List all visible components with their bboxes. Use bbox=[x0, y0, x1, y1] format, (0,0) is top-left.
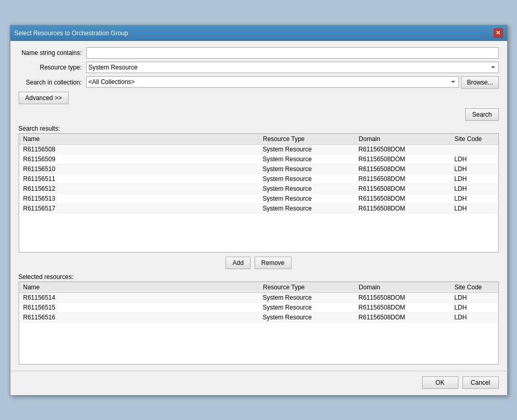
sel-row-type: System Resource bbox=[259, 312, 355, 322]
search-results-label: Search results: bbox=[19, 125, 499, 132]
sel-row-site: LDH bbox=[450, 312, 498, 322]
table-row[interactable]: R61156512 System Resource R61156508DOM L… bbox=[19, 184, 498, 193]
table-row[interactable]: R61156510 System Resource R61156508DOM L… bbox=[19, 164, 498, 174]
search-results-header: Name Resource Type Domain Site Code bbox=[19, 134, 498, 145]
collection-select-wrap: <All Collections> Browse... bbox=[86, 76, 499, 89]
name-string-input[interactable] bbox=[86, 47, 499, 59]
sel-row-type: System Resource bbox=[259, 302, 355, 312]
sel-col-header-site: Site Code bbox=[450, 282, 498, 293]
sel-row-name: R61156515 bbox=[19, 302, 259, 312]
row-name: R61156512 bbox=[19, 184, 259, 193]
browse-button[interactable]: Browse... bbox=[461, 76, 498, 89]
col-header-site: Site Code bbox=[450, 134, 498, 145]
row-domain: R61156508DOM bbox=[354, 164, 450, 174]
sel-col-header-type: Resource Type bbox=[259, 282, 355, 293]
row-name: R61156513 bbox=[19, 193, 259, 203]
row-domain: R61156508DOM bbox=[354, 174, 450, 184]
sel-row-domain: R61156508DOM bbox=[354, 302, 450, 312]
row-type: System Resource bbox=[259, 203, 355, 213]
resource-type-row: Resource type: System Resource bbox=[19, 62, 499, 73]
name-string-row: Name string contains: bbox=[19, 47, 499, 59]
row-name: R61156509 bbox=[19, 154, 259, 164]
row-site: LDH bbox=[450, 164, 498, 174]
ok-button[interactable]: OK bbox=[422, 376, 458, 389]
resource-type-label: Resource type: bbox=[19, 64, 86, 71]
col-header-domain: Domain bbox=[354, 134, 450, 145]
row-type: System Resource bbox=[259, 184, 355, 193]
sel-row-site: LDH bbox=[450, 302, 498, 312]
collection-select[interactable]: <All Collections> bbox=[86, 76, 459, 88]
table-row[interactable]: R61156508 System Resource R61156508DOM bbox=[19, 144, 498, 154]
sel-row-name: R61156514 bbox=[19, 292, 259, 302]
name-string-label: Name string contains: bbox=[19, 49, 86, 57]
selected-resources-label: Selected resources: bbox=[19, 273, 499, 281]
row-type: System Resource bbox=[259, 164, 355, 174]
selected-resources-table-wrap: Name Resource Type Domain Site Code R611… bbox=[19, 282, 499, 365]
table-row[interactable]: R61156517 System Resource R61156508DOM L… bbox=[19, 203, 498, 213]
advanced-button[interactable]: Advanced >> bbox=[19, 92, 69, 104]
cancel-button[interactable]: Cancel bbox=[463, 376, 499, 389]
table-row[interactable]: R61156509 System Resource R61156508DOM L… bbox=[19, 154, 498, 164]
row-site: LDH bbox=[450, 174, 498, 184]
row-name: R61156511 bbox=[19, 174, 259, 184]
col-header-name: Name bbox=[19, 134, 259, 145]
dialog-title: Select Resources to Orchestration Group bbox=[15, 30, 128, 37]
row-type: System Resource bbox=[259, 174, 355, 184]
add-remove-row: Add Remove bbox=[19, 253, 499, 273]
table-row[interactable]: R61156513 System Resource R61156508DOM L… bbox=[19, 193, 498, 203]
row-type: System Resource bbox=[259, 154, 355, 164]
row-site: LDH bbox=[450, 203, 498, 213]
title-bar: Select Resources to Orchestration Group … bbox=[10, 25, 507, 41]
list-item[interactable]: R61156515 System Resource R61156508DOM L… bbox=[19, 302, 498, 312]
sel-row-type: System Resource bbox=[259, 292, 355, 302]
row-domain: R61156508DOM bbox=[354, 144, 450, 154]
list-item[interactable]: R61156516 System Resource R61156508DOM L… bbox=[19, 312, 498, 322]
col-header-type: Resource Type bbox=[259, 134, 355, 145]
table-row[interactable]: R61156511 System Resource R61156508DOM L… bbox=[19, 174, 498, 184]
row-name: R61156517 bbox=[19, 203, 259, 213]
row-name: R61156508 bbox=[19, 144, 259, 154]
advanced-row: Advanced >> bbox=[19, 92, 499, 104]
row-site bbox=[450, 144, 498, 154]
row-site: LDH bbox=[450, 193, 498, 203]
search-collection-label: Search in collection: bbox=[19, 79, 86, 86]
selected-resources-header: Name Resource Type Domain Site Code bbox=[19, 282, 498, 293]
sel-row-name: R61156516 bbox=[19, 312, 259, 322]
sel-row-site: LDH bbox=[450, 292, 498, 302]
row-domain: R61156508DOM bbox=[354, 203, 450, 213]
sel-row-domain: R61156508DOM bbox=[354, 292, 450, 302]
row-domain: R61156508DOM bbox=[354, 193, 450, 203]
row-site: LDH bbox=[450, 154, 498, 164]
search-button[interactable]: Search bbox=[465, 108, 498, 121]
add-button[interactable]: Add bbox=[226, 257, 250, 269]
footer: OK Cancel bbox=[10, 371, 507, 395]
dialog-window: Select Resources to Orchestration Group … bbox=[10, 25, 508, 396]
list-item[interactable]: R61156514 System Resource R61156508DOM L… bbox=[19, 292, 498, 302]
sel-col-header-name: Name bbox=[19, 282, 259, 293]
remove-button[interactable]: Remove bbox=[255, 257, 291, 269]
search-collection-row: Search in collection: <All Collections> … bbox=[19, 76, 499, 89]
search-results-table: Name Resource Type Domain Site Code R611… bbox=[19, 134, 498, 214]
sel-col-header-domain: Domain bbox=[354, 282, 450, 293]
selected-resources-table: Name Resource Type Domain Site Code R611… bbox=[19, 282, 498, 323]
search-row: Search bbox=[19, 108, 499, 121]
search-results-table-wrap: Name Resource Type Domain Site Code R611… bbox=[19, 133, 499, 253]
row-name: R61156510 bbox=[19, 164, 259, 174]
row-type: System Resource bbox=[259, 193, 355, 203]
row-domain: R61156508DOM bbox=[354, 184, 450, 193]
row-type: System Resource bbox=[259, 144, 355, 154]
sel-row-domain: R61156508DOM bbox=[354, 312, 450, 322]
dialog-body: Name string contains: Resource type: Sys… bbox=[10, 41, 507, 371]
row-site: LDH bbox=[450, 184, 498, 193]
resource-type-select[interactable]: System Resource bbox=[86, 62, 499, 73]
row-domain: R61156508DOM bbox=[354, 154, 450, 164]
close-button[interactable]: ✕ bbox=[494, 29, 503, 38]
